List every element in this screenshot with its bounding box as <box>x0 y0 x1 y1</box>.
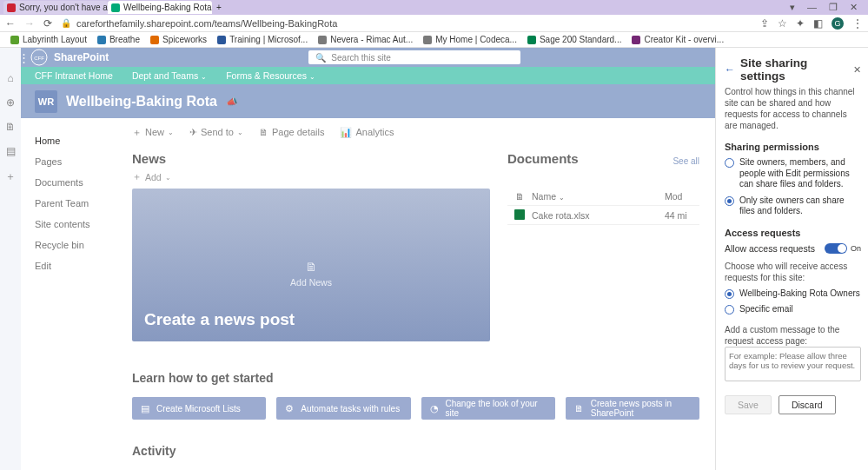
ql-home[interactable]: Home <box>35 130 116 151</box>
bookmark-icon-3 <box>217 36 226 44</box>
panel-close-icon[interactable]: ✕ <box>853 64 861 76</box>
plus-icon: ＋ <box>132 126 142 139</box>
documents-heading: Documents <box>507 151 579 166</box>
bookmark-3[interactable]: Training | Microsof... <box>217 35 308 44</box>
org-logo[interactable]: CFF <box>24 49 54 66</box>
doc-col-name[interactable]: Name ⌄ <box>532 191 665 202</box>
window-close-icon[interactable]: ✕ <box>850 2 858 13</box>
doc-col-name-label: Name <box>532 191 556 202</box>
cmd-page-details[interactable]: 🗎Page details <box>259 127 325 137</box>
cmd-new[interactable]: ＋New ⌄ <box>132 126 174 139</box>
plus-icon: ＋ <box>132 171 142 183</box>
panel-description: Control how things in this channel site … <box>725 86 861 131</box>
bookmark-label-3: Training | Microsof... <box>229 35 308 44</box>
apps-icon[interactable]: ◧ <box>813 17 823 30</box>
bookmark-label-5: My Home | Codeca... <box>435 35 517 44</box>
suite-product-name[interactable]: SharePoint <box>54 51 109 63</box>
custom-message-input[interactable] <box>725 347 861 381</box>
hubnav-item-2[interactable]: Forms & Resources⌄ <box>226 70 315 81</box>
share-icon[interactable]: ⇪ <box>760 17 769 30</box>
bookmark-icon-7 <box>632 36 640 44</box>
bookmark-icon-6 <box>527 36 536 44</box>
documents-see-all[interactable]: See all <box>673 156 699 166</box>
nav-forward-icon[interactable]: → <box>24 17 35 30</box>
nav-reload-icon[interactable]: ⟳ <box>43 17 52 30</box>
cmd-analytics[interactable]: 📊Analytics <box>340 127 394 138</box>
ql-site-contents[interactable]: Site contents <box>35 214 116 235</box>
bookmark-6[interactable]: Sage 200 Standard... <box>527 35 622 44</box>
ql-documents[interactable]: Documents <box>35 172 116 193</box>
access-requests-heading: Access requests <box>725 228 861 238</box>
browser-tab-1[interactable]: Wellbeing-Baking Rota - Home ✕ <box>108 1 212 14</box>
perm-option-0[interactable]: Site owners, members, and people with Ed… <box>725 157 861 190</box>
doc-col-modified[interactable]: Mod <box>665 191 699 202</box>
hubnav-item-1[interactable]: Dept and Teams⌄ <box>132 70 207 81</box>
get-started-section: Learn how to get started ▤Create Microso… <box>132 371 699 420</box>
cmd-send-to[interactable]: ✈Send to ⌄ <box>189 127 243 138</box>
documents-row-0[interactable]: Cake rota.xlsx 44 mi <box>507 206 699 225</box>
star-icon[interactable]: ☆ <box>778 17 787 30</box>
bookmark-1[interactable]: Breathe <box>97 35 140 44</box>
card-create-news[interactable]: 🗎Create news posts in SharePoint <box>566 397 699 420</box>
panel-back-icon[interactable]: ← <box>725 63 735 76</box>
bookmark-2[interactable]: Spiceworks <box>150 35 207 44</box>
news-icon: 🗎 <box>574 403 584 414</box>
news-add[interactable]: ＋Add ⌄ <box>132 171 490 183</box>
site-title[interactable]: Wellbeing-Baking Rota <box>66 94 217 109</box>
perm-option-1[interactable]: Only site owners can share files and fol… <box>725 195 861 217</box>
bookmark-5[interactable]: My Home | Codeca... <box>423 35 517 44</box>
news-hero[interactable]: 🗎 Add News Create a news post <box>132 189 490 341</box>
nav-back-icon[interactable]: ← <box>5 17 16 30</box>
site-logo-tile[interactable]: WR <box>35 90 57 113</box>
rail-news-icon[interactable]: ▤ <box>6 145 16 157</box>
rail-home-icon[interactable]: ⌂ <box>7 72 13 84</box>
ql-recycle-bin[interactable]: Recycle bin <box>35 235 116 255</box>
recipient-option-1[interactable]: Specific email <box>725 304 861 315</box>
new-tab-button[interactable]: + <box>212 3 226 12</box>
discard-button[interactable]: Discard <box>779 395 836 414</box>
browser-menu-icon[interactable]: ⋮ <box>852 17 863 30</box>
bookmark-label-1: Breathe <box>109 35 140 44</box>
recipient-option-0[interactable]: Wellbeing-Baking Rota Owners <box>725 288 861 300</box>
save-button[interactable]: Save <box>725 395 772 414</box>
window-restore-icon[interactable]: ❐ <box>829 2 838 13</box>
card-label-0: Create Microsoft Lists <box>156 404 241 414</box>
megaphone-icon[interactable]: 📣 <box>226 96 238 108</box>
bookmark-label-0: Labyrinth Layout <box>23 35 87 44</box>
perm-option-1-label: Only site owners can share files and fol… <box>739 195 861 217</box>
allow-access-toggle[interactable] <box>825 243 847 254</box>
bookmark-0[interactable]: Labyrinth Layout <box>10 35 87 44</box>
rail-create-icon[interactable]: ＋ <box>5 169 16 184</box>
window-controls: ▾ — ❐ ✕ <box>790 2 868 13</box>
rail-files-icon[interactable]: 🗎 <box>5 121 16 133</box>
profile-avatar[interactable]: G <box>832 17 844 30</box>
bookmark-4[interactable]: Nevera - Rimac Aut... <box>318 35 413 44</box>
doc-col-icon[interactable]: 🗎 <box>507 191 532 202</box>
card-create-lists[interactable]: ▤Create Microsoft Lists <box>132 397 266 420</box>
suite-search-input[interactable]: 🔍 Search this site <box>308 50 520 64</box>
page-details-icon: 🗎 <box>259 127 268 137</box>
svg-text:CFF: CFF <box>34 56 44 61</box>
ql-pages[interactable]: Pages <box>35 151 116 172</box>
hubnav-item-0[interactable]: CFF Intranet Home <box>35 70 113 81</box>
activity-heading: Activity <box>132 444 699 458</box>
news-hero-title: Create a news post <box>144 310 295 329</box>
ql-edit[interactable]: Edit <box>35 255 116 276</box>
bookmark-7[interactable]: Creator Kit - overvi... <box>632 35 724 44</box>
extensions-icon[interactable]: ✦ <box>796 17 805 30</box>
site-sharing-panel: ← Site sharing settings ✕ Control how th… <box>715 48 868 470</box>
news-heading: News <box>132 151 490 166</box>
ql-parent-team[interactable]: Parent Team <box>35 193 116 214</box>
quick-launch: Home Pages Documents Parent Team Site co… <box>21 118 116 470</box>
window-down-icon[interactable]: ▾ <box>790 2 795 13</box>
window-minimize-icon[interactable]: — <box>807 2 817 13</box>
browser-tab-0[interactable]: Sorry, you don't have access v.. ✕ <box>3 1 108 14</box>
card-change-look[interactable]: ◔Change the look of your site <box>421 397 555 420</box>
choose-recipient-label: Choose who will receive access requests … <box>725 261 861 283</box>
hubnav-label-0: CFF Intranet Home <box>35 70 113 81</box>
card-automate-rules[interactable]: ⚙Automate tasks with rules <box>276 397 410 420</box>
page-content: ＋New ⌄ ✈Send to ⌄ 🗎Page details 📊Analyti… <box>116 118 715 470</box>
rail-globe-icon[interactable]: ⊕ <box>6 96 15 109</box>
cmd-analytics-label: Analytics <box>355 127 394 137</box>
url-field[interactable]: 🔒 careforthefamily.sharepoint.com/teams/… <box>61 18 752 29</box>
